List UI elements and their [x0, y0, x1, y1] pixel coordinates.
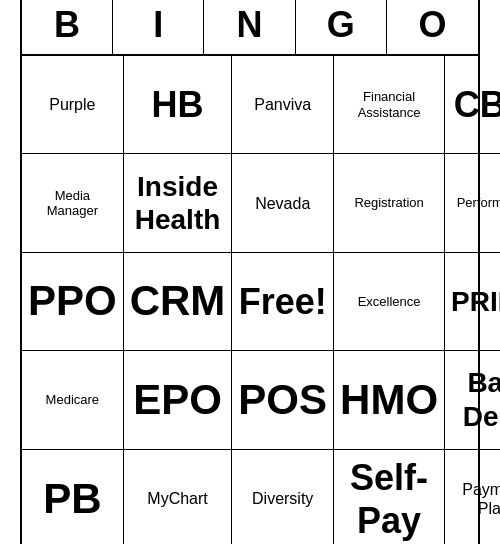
bingo-cell: Media Manager: [22, 154, 124, 252]
cell-text: Nevada: [255, 194, 310, 213]
cell-text: CRM: [130, 276, 226, 326]
cell-text: Self-Pay: [340, 456, 438, 542]
bingo-cell: Performance: [445, 154, 500, 252]
bingo-cell: PB: [22, 450, 124, 544]
bingo-cell: MyChart: [124, 450, 233, 544]
bingo-cell: Purple: [22, 56, 124, 154]
cell-text: PPO: [28, 276, 117, 326]
cell-text: Media Manager: [28, 188, 117, 219]
bingo-cell: Free!: [232, 253, 334, 351]
cell-text: HMO: [340, 375, 438, 425]
bingo-cell: Medicare: [22, 351, 124, 449]
bingo-cell: Excellence: [334, 253, 445, 351]
cell-text: PRIDE: [451, 285, 500, 319]
cell-text: MyChart: [147, 489, 207, 508]
cell-text: Inside Health: [130, 170, 226, 237]
bingo-card: BINGO PurpleHBPanvivaFinancial Assistanc…: [20, 0, 480, 544]
bingo-cell: Bad Debt: [445, 351, 500, 449]
cell-text: PB: [43, 474, 101, 524]
bingo-cell: PPO: [22, 253, 124, 351]
bingo-cell: CRM: [124, 253, 233, 351]
cell-text: Registration: [354, 195, 423, 211]
bingo-cell: HMO: [334, 351, 445, 449]
cell-text: Bad Debt: [451, 366, 500, 433]
cell-text: POS: [238, 375, 327, 425]
cell-text: Free!: [239, 280, 327, 323]
cell-text: Purple: [49, 95, 95, 114]
bingo-cell: Diversity: [232, 450, 334, 544]
bingo-cell: Inside Health: [124, 154, 233, 252]
header-letter: I: [113, 0, 204, 54]
bingo-cell: HB: [124, 56, 233, 154]
cell-text: CBO: [454, 83, 500, 126]
cell-text: HB: [152, 83, 204, 126]
bingo-cell: Financial Assistance: [334, 56, 445, 154]
header-letter: N: [204, 0, 295, 54]
cell-text: Panviva: [254, 95, 311, 114]
bingo-cell: PRIDE: [445, 253, 500, 351]
cell-text: Diversity: [252, 489, 313, 508]
bingo-header: BINGO: [22, 0, 478, 56]
bingo-cell: Payment Plan: [445, 450, 500, 544]
bingo-cell: CBO: [445, 56, 500, 154]
cell-text: Payment Plan: [451, 480, 500, 518]
cell-text: Medicare: [46, 392, 99, 408]
bingo-cell: Registration: [334, 154, 445, 252]
bingo-cell: EPO: [124, 351, 233, 449]
bingo-cell: Self-Pay: [334, 450, 445, 544]
cell-text: Excellence: [358, 294, 421, 310]
bingo-cell: POS: [232, 351, 334, 449]
bingo-cell: Nevada: [232, 154, 334, 252]
cell-text: Financial Assistance: [340, 89, 438, 120]
bingo-cell: Panviva: [232, 56, 334, 154]
bingo-grid: PurpleHBPanvivaFinancial AssistanceCBOMe…: [22, 56, 478, 544]
header-letter: O: [387, 0, 478, 54]
cell-text: Performance: [457, 195, 500, 211]
header-letter: B: [22, 0, 113, 54]
cell-text: EPO: [133, 375, 222, 425]
header-letter: G: [296, 0, 387, 54]
